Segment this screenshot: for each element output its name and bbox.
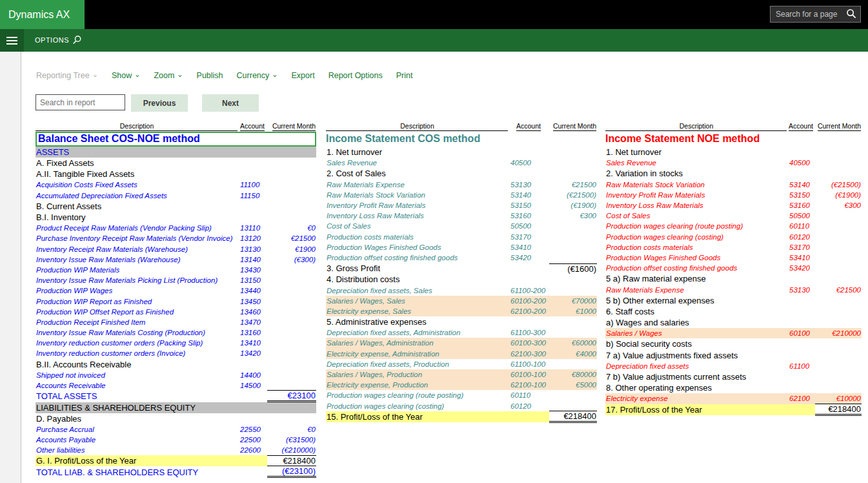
report-row: Inventory Loss Raw Materials53160€300 [326, 211, 597, 221]
row-description: Salaries / Wages [605, 329, 787, 337]
row-value: €300 [549, 212, 597, 220]
row-description: Electricity expense, Production [326, 381, 508, 389]
column-header-row: DescriptionAccountCurrent Month [326, 122, 597, 131]
search-icon[interactable] [846, 8, 856, 21]
row-description: B. Current Assets [35, 201, 237, 211]
toolbar-reporting-tree[interactable]: Reporting Tree⌄ [36, 71, 98, 80]
account-header: Account [508, 122, 549, 131]
row-account: 53420 [787, 264, 815, 272]
row-description: Purchase Inventory Receipt Raw Materials… [35, 234, 237, 242]
report-row: 6. Staff costs [605, 306, 862, 317]
report-row: 5 a) Raw material expense [605, 273, 862, 284]
hamburger-menu-icon[interactable] [0, 29, 24, 52]
toolbar-item-label: Publish [197, 71, 223, 80]
description-header: Description [35, 122, 237, 131]
row-description: Inventory Issue Raw Materials Costing (P… [35, 329, 237, 336]
row-account: 53420 [508, 254, 549, 262]
report-row: Product Receipt Raw Materials (Vendor Pa… [35, 223, 316, 233]
row-value: €70000 [549, 297, 597, 305]
current-month-header: Current Month [549, 122, 597, 131]
toolbar-export[interactable]: Export [292, 71, 315, 80]
row-account: 13150 [237, 276, 267, 284]
report-row: Production wages clearing (costing)60120 [605, 232, 862, 242]
row-description: 6. Staff costs [605, 307, 787, 316]
report-row: Accounts Receivable14500 [35, 380, 316, 391]
row-description: Other liabilities [35, 446, 237, 454]
row-description: Production Receipt Finished Item [35, 318, 237, 326]
row-account: 53140 [787, 181, 815, 189]
row-account [508, 411, 549, 422]
toolbar-publish[interactable]: Publish [197, 71, 223, 80]
row-description: Acquisition Costs Fixed Assets [35, 181, 237, 189]
row-description: Raw Materials Expense [605, 286, 787, 294]
row-account: 13420 [237, 349, 267, 357]
row-description: Production offset costing finished goods [605, 264, 787, 272]
report-row: Acquisition Costs Fixed Assets11100 [35, 180, 316, 190]
row-description: Inventory reduction customer orders (Inv… [35, 349, 237, 357]
row-description: TOTAL ASSETS [35, 391, 237, 401]
ribbon-search-icon[interactable] [72, 35, 82, 47]
report-row: Cost of Sales50500 [326, 221, 597, 231]
row-description: Inventory reduction customer orders (Pac… [35, 339, 237, 347]
row-description: Production offset costing finished goods [326, 254, 508, 262]
row-account: 13120 [237, 234, 267, 242]
report-column-income-noe: DescriptionAccountCurrent MonthIncome St… [605, 122, 862, 415]
report-search-input[interactable] [35, 94, 125, 110]
row-description: 4. Distribution costs [326, 274, 508, 284]
report-column-balance-sheet: DescriptionAccountCurrent MonthBalance S… [35, 122, 316, 478]
row-description: Salaries / Wages, Sales [326, 297, 508, 305]
row-value: €23100 [267, 390, 316, 402]
row-account: 60120 [787, 233, 815, 241]
row-value: (€210000) [267, 446, 316, 454]
row-description: 7 b) Value adjustments current assets [605, 372, 787, 382]
options-menu[interactable]: OPTIONS [30, 29, 74, 52]
toolbar-item-label: Report Options [328, 71, 383, 80]
row-value: (€1900) [815, 191, 862, 199]
toolbar-zoom[interactable]: Zoom⌄ [154, 71, 183, 80]
row-description: 5. Administrative expenses [326, 317, 508, 327]
row-account: 22550 [237, 426, 267, 433]
row-value: €60000 [549, 339, 597, 347]
toolbar-currency[interactable]: Currency⌄ [237, 71, 278, 80]
row-account: 13410 [237, 339, 267, 347]
report-row: Salaries / Wages60100€210000 [605, 328, 862, 338]
toolbar-print[interactable]: Print [396, 71, 413, 80]
row-description: Sales Revenue [605, 159, 787, 167]
app-window: Dynamics AX Search for a page OPTIONS Re… [0, 0, 868, 483]
row-description: Inventory Issue Raw Materials Picking Li… [35, 276, 237, 284]
report-row: D. Payables [35, 413, 316, 424]
report-row: 7 b) Value adjustments current assets [605, 371, 862, 382]
row-description: 2. Variation in stocks [605, 169, 787, 178]
row-description: Production wages clearing (route posting… [326, 391, 508, 399]
page-search-input[interactable]: Search for a page [770, 6, 861, 23]
row-account: 60100 [787, 329, 815, 337]
app-logo[interactable]: Dynamics AX [0, 0, 85, 29]
report-row: Electricity expense, Production62100-100… [326, 380, 597, 390]
toolbar-report-options[interactable]: Report Options [328, 71, 383, 80]
report-row: Raw Materials Stock Variation53140(€2150… [326, 190, 597, 200]
nav-rail[interactable] [0, 52, 21, 483]
report-title-row: Balance Sheet COS-NOE method [35, 131, 316, 147]
report-row: 5. Administrative expenses [326, 316, 597, 327]
report-row: Electricity expense62100€10000 [605, 393, 862, 404]
row-description: Salaries / Wages, Administration [326, 339, 508, 347]
toolbar-show[interactable]: Show⌄ [112, 71, 141, 80]
row-description: Depreciation fixed assets, Administratio… [326, 329, 508, 336]
row-description: G. I. Profit/Loss of the Year [35, 455, 237, 466]
next-button[interactable]: Next [202, 94, 259, 112]
row-account: 50500 [508, 222, 549, 230]
row-description: 2. Cost of Sales [326, 169, 508, 178]
row-description: Accounts Payable [35, 436, 237, 444]
report-row: A.II. Tangible Fixed Assets [35, 169, 316, 180]
row-account: 60110 [508, 391, 549, 399]
row-description: Electricity expense [605, 395, 787, 402]
previous-button[interactable]: Previous [131, 94, 188, 112]
row-description: Production WIP Wages [35, 287, 237, 294]
row-value: €10000 [815, 395, 862, 402]
toolbar-item-label: Reporting Tree [36, 71, 90, 80]
row-account: 62100-300 [508, 350, 549, 358]
report-row: Production Receipt Finished Item13470 [35, 317, 316, 327]
row-account: 50500 [787, 212, 815, 220]
row-value: (€21500) [815, 181, 862, 189]
row-account: 22500 [237, 436, 267, 444]
